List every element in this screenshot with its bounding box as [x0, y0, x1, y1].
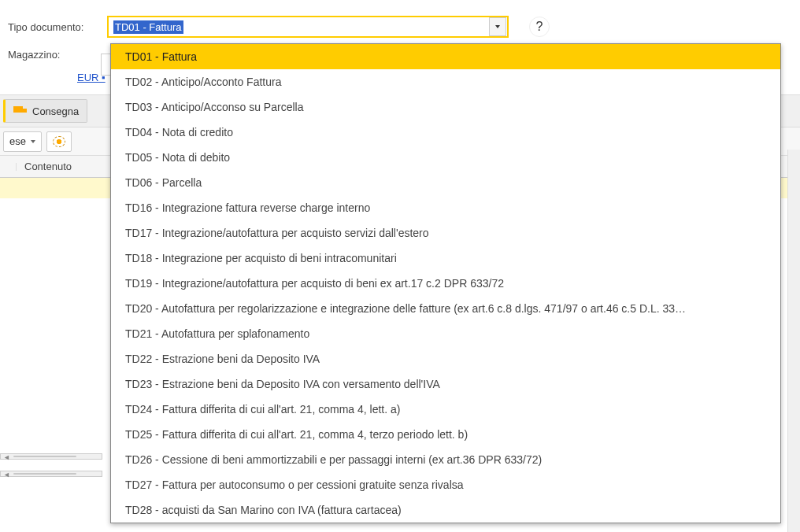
truck-icon: [13, 106, 28, 116]
dropdown-item[interactable]: TD24 - Fattura differita di cui all'art.…: [111, 397, 780, 422]
grid-col-contenuto[interactable]: Contenuto: [17, 157, 111, 176]
dropdown-item[interactable]: TD06 - Parcella: [111, 170, 780, 195]
dropdown-item[interactable]: TD01 - Fattura: [111, 44, 780, 69]
dropdown-item[interactable]: TD05 - Nota di debito: [111, 145, 780, 170]
bottom-scrollbars: [0, 453, 102, 477]
tipo-documento-dropdown-list[interactable]: TD01 - FatturaTD02 - Anticipo/Acconto Fa…: [110, 43, 781, 523]
dropdown-item[interactable]: TD23 - Estrazione beni da Deposito IVA c…: [111, 371, 780, 397]
dropdown-item[interactable]: TD16 - Integrazione fattura reverse char…: [111, 195, 780, 220]
dropdown-item[interactable]: TD03 - Anticipo/Acconso su Parcella: [111, 94, 780, 120]
hscrollbar-1[interactable]: [0, 453, 102, 460]
ese-label: ese: [9, 135, 26, 147]
dropdown-item[interactable]: TD21 - Autofattura per splafonamento: [111, 321, 780, 346]
grid-col-spacer: [0, 163, 17, 171]
right-scrollbar[interactable]: [787, 150, 800, 532]
dropdown-item[interactable]: TD25 - Fattura differita di cui all'art.…: [111, 422, 780, 447]
hscrollbar-2[interactable]: [0, 471, 102, 477]
dropdown-item[interactable]: TD18 - Integrazione per acquisto di beni…: [111, 246, 780, 271]
dropdown-item[interactable]: TD20 - Autofattura per regolarizzazione …: [111, 296, 780, 321]
magazzino-label: Magazzino:: [8, 49, 101, 61]
chevron-down-icon: [495, 25, 500, 28]
dropdown-item[interactable]: TD22 - Estrazione beni da Deposito IVA: [111, 346, 780, 371]
dropdown-item[interactable]: TD26 - Cessione di beni ammortizzabili e…: [111, 447, 780, 472]
magazzino-combo-edge: [101, 54, 110, 76]
dropdown-item[interactable]: TD17 - Integrazione/autofattura per acqu…: [111, 220, 780, 246]
row-tipo-documento: Tipo documento: TD01 - Fattura ?: [8, 16, 792, 38]
ese-dropdown-button[interactable]: ese: [3, 131, 42, 152]
tipo-documento-input[interactable]: TD01 - Fattura: [109, 19, 489, 35]
tipo-documento-combo[interactable]: TD01 - Fattura: [107, 16, 509, 38]
cart-icon: [53, 136, 65, 147]
dropdown-item[interactable]: TD28 - acquisti da San Marino con IVA (f…: [111, 497, 780, 523]
consegna-label: Consegna: [32, 105, 79, 117]
dropdown-item[interactable]: TD02 - Anticipo/Acconto Fattura: [111, 69, 780, 94]
tipo-documento-label: Tipo documento:: [8, 21, 101, 33]
help-button[interactable]: ?: [529, 17, 550, 37]
chevron-down-icon: [31, 140, 35, 143]
dropdown-item[interactable]: TD04 - Nota di credito: [111, 120, 780, 145]
cart-button[interactable]: [46, 131, 72, 152]
dropdown-item[interactable]: TD19 - Integrazione/autofattura per acqu…: [111, 271, 780, 296]
consegna-button[interactable]: Consegna: [3, 99, 87, 123]
tipo-documento-dropdown-btn[interactable]: [489, 17, 506, 36]
dropdown-item[interactable]: TD27 - Fattura per autoconsumo o per ces…: [111, 472, 780, 497]
